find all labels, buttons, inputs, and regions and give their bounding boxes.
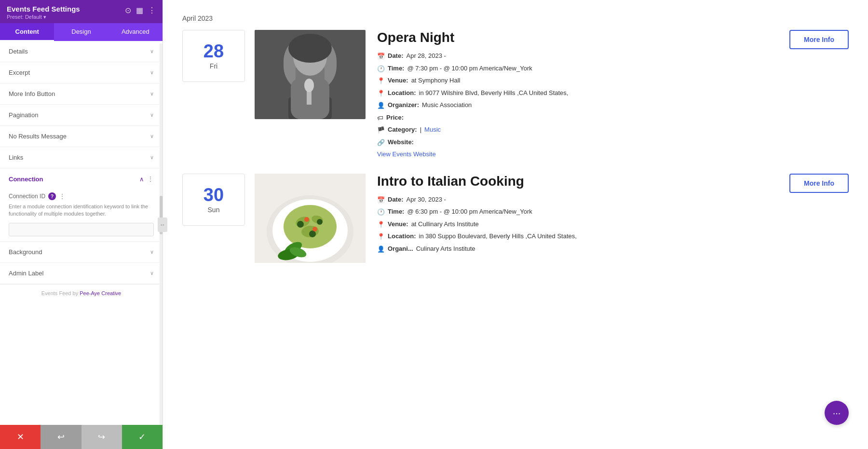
- meta-website: 🔗 Website:: [377, 137, 780, 148]
- pin-icon: 📍: [377, 76, 385, 86]
- panel-bottom-bar: ✕ ↩ ↪ ✓: [0, 425, 163, 449]
- more-info-button[interactable]: More Info: [789, 174, 849, 193]
- organizer-icon: 👤: [377, 101, 385, 110]
- meta-website-link: View Events Website: [377, 150, 780, 159]
- chevron-down-icon: ∨: [150, 112, 154, 118]
- chat-bubble[interactable]: ···: [825, 401, 849, 425]
- undo-button[interactable]: ↩: [41, 425, 81, 449]
- event-image: [255, 174, 366, 263]
- conn-id-row: Connection ID ? ⋮: [9, 192, 154, 200]
- connection-body: Connection ID ? ⋮ Enter a module connect…: [0, 187, 163, 242]
- meta-date: 📅 Date: Apr 28, 2023 -: [377, 51, 780, 61]
- section-pagination[interactable]: Pagination ∨: [0, 105, 163, 126]
- section-dots-icon[interactable]: ⋮: [147, 175, 154, 183]
- tab-design[interactable]: Design: [54, 23, 108, 41]
- meta-date: 📅 Date: Apr 30, 2023 -: [377, 195, 780, 205]
- section-connection[interactable]: Connection ∧ ⋮: [0, 168, 163, 187]
- section-excerpt[interactable]: Excerpt ∨: [0, 62, 163, 83]
- event-title: Intro to Italian Cooking: [377, 174, 780, 189]
- event-card-inner: Opera Night 📅 Date: Apr 28, 2023 - 🕐 Tim…: [255, 30, 849, 159]
- date-number: 28: [203, 42, 224, 60]
- section-no-results[interactable]: No Results Message ∨: [0, 126, 163, 147]
- event-title: Opera Night: [377, 30, 780, 45]
- meta-location: 📍 Location: in 9077 Wilshire Blvd, Bever…: [377, 88, 780, 98]
- events-feed: April 2023 28 Fri: [163, 0, 868, 449]
- cancel-button[interactable]: ✕: [0, 425, 41, 449]
- event-card: 30 Sun: [182, 174, 849, 263]
- resize-handle[interactable]: ↔: [158, 218, 167, 232]
- section-background[interactable]: Background ∨: [0, 242, 163, 263]
- panel-title-block: Events Feed Settings Preset: Default ▾: [7, 5, 80, 20]
- chevron-down-icon: ∨: [150, 48, 154, 54]
- event-image-svg: [255, 30, 366, 119]
- website-link[interactable]: View Events Website: [377, 150, 436, 159]
- footer-link[interactable]: Pee-Aye Creative: [80, 290, 121, 296]
- event-image-svg: [255, 174, 366, 263]
- meta-category: 🏴 Category: | Music: [377, 125, 780, 135]
- event-meta: 📅 Date: Apr 28, 2023 - 🕐 Time: @ 7:30 pm…: [377, 51, 780, 159]
- chevron-down-icon: ∨: [150, 270, 154, 276]
- connection-id-input[interactable]: [9, 223, 154, 236]
- svg-point-8: [288, 34, 332, 63]
- panel-footer: Events Feed by Pee-Aye Creative: [0, 284, 163, 302]
- columns-icon[interactable]: ▦: [136, 6, 143, 15]
- redo-button[interactable]: ↪: [81, 425, 122, 449]
- conn-description: Enter a module connection identification…: [9, 203, 154, 218]
- meta-time: 🕐 Time: @ 6:30 pm - @ 10:00 pm America/N…: [377, 207, 780, 217]
- date-number: 30: [203, 186, 224, 204]
- meta-organizer: 👤 Organizer: Music Association: [377, 100, 780, 110]
- more-info-button[interactable]: More Info: [789, 30, 849, 49]
- clock-icon: 🕐: [377, 207, 385, 217]
- panel-header-icons: ⊙ ▦ ⋮: [125, 6, 156, 15]
- scrollbar-track[interactable]: [160, 43, 163, 425]
- pin-icon: 📍: [377, 220, 385, 230]
- help-icon[interactable]: ?: [48, 192, 56, 200]
- meta-location: 📍 Location: in 380 Suppo Boulevard, Beve…: [377, 231, 780, 242]
- location-icon: 📍: [377, 89, 385, 98]
- panel-body: Details ∨ Excerpt ∨ More Info Button ∨ P…: [0, 41, 163, 425]
- svg-point-10: [304, 79, 314, 92]
- organizer-icon: 👤: [377, 245, 385, 254]
- event-image: [255, 30, 366, 119]
- save-button[interactable]: ✓: [122, 425, 163, 449]
- meta-time: 🕐 Time: @ 7:30 pm - @ 10:00 pm America/N…: [377, 64, 780, 74]
- conn-id-label: Connection ID: [9, 193, 45, 200]
- tab-content[interactable]: Content: [0, 23, 54, 41]
- section-connection-icons: ∧ ⋮: [139, 175, 154, 183]
- svg-point-20: [309, 231, 316, 237]
- section-more-info-button[interactable]: More Info Button ∨: [0, 83, 163, 105]
- event-card-inner: Intro to Italian Cooking 📅 Date: Apr 30,…: [255, 174, 849, 263]
- meta-price: 🏷 Price:: [377, 113, 780, 123]
- tab-advanced[interactable]: Advanced: [108, 23, 163, 41]
- event-details: Intro to Italian Cooking 📅 Date: Apr 30,…: [377, 174, 780, 254]
- section-links[interactable]: Links ∨: [0, 147, 163, 168]
- panel-preset[interactable]: Preset: Default ▾: [7, 14, 80, 20]
- category-link[interactable]: Music: [424, 125, 441, 135]
- event-details: Opera Night 📅 Date: Apr 28, 2023 - 🕐 Tim…: [377, 30, 780, 159]
- more-options-icon[interactable]: ⋮: [148, 6, 156, 15]
- month-label: April 2023: [182, 14, 849, 22]
- event-meta: 📅 Date: Apr 30, 2023 - 🕐 Time: @ 6:30 pm…: [377, 195, 780, 254]
- meta-organizer: 👤 Organi... Culinary Arts Institute: [377, 244, 780, 254]
- price-icon: 🏷: [377, 113, 383, 123]
- chevron-down-icon: ∨: [150, 154, 154, 161]
- clock-icon: 🕐: [377, 64, 385, 74]
- chevron-down-icon: ∨: [150, 133, 154, 139]
- location-icon: 📍: [377, 232, 385, 242]
- settings-icon[interactable]: ⊙: [125, 6, 131, 15]
- meta-venue: 📍 Venue: at Symphony Hall: [377, 76, 780, 86]
- date-day: Sun: [208, 206, 220, 214]
- chevron-down-icon: ∨: [150, 91, 154, 97]
- website-icon: 🔗: [377, 138, 385, 148]
- event-card: 28 Fri: [182, 30, 849, 159]
- date-box: 28 Fri: [182, 30, 245, 82]
- svg-point-21: [304, 217, 309, 222]
- panel-tabs: Content Design Advanced: [0, 23, 163, 41]
- conn-dots-icon[interactable]: ⋮: [59, 192, 66, 200]
- settings-panel: Events Feed Settings Preset: Default ▾ ⊙…: [0, 0, 163, 449]
- panel-header: Events Feed Settings Preset: Default ▾ ⊙…: [0, 0, 163, 23]
- section-admin-label[interactable]: Admin Label ∨: [0, 263, 163, 284]
- chevron-up-icon[interactable]: ∧: [139, 176, 144, 183]
- meta-venue: 📍 Venue: at Cullinary Arts Institute: [377, 219, 780, 230]
- section-details[interactable]: Details ∨: [0, 41, 163, 62]
